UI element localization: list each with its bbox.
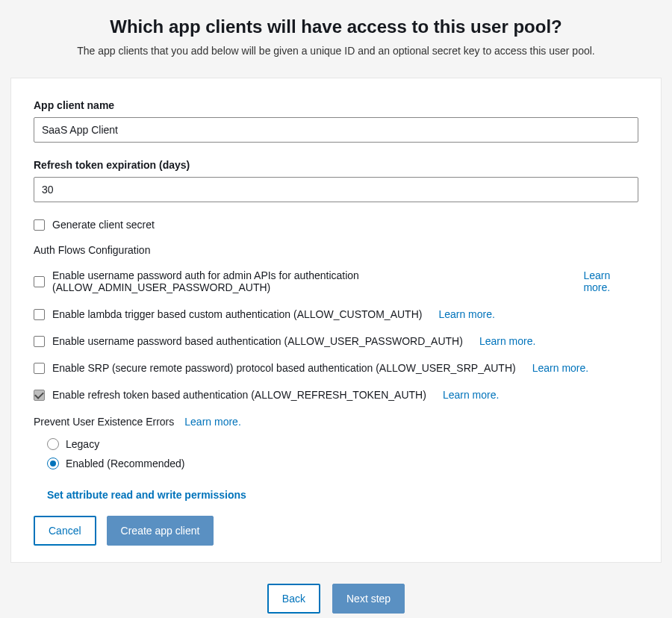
learn-more-link[interactable]: Learn more. [443, 389, 499, 401]
radio-row-legacy: Legacy [47, 438, 638, 450]
flow-label: Enable username password auth for admin … [52, 269, 567, 293]
refresh-token-input[interactable] [34, 177, 638, 202]
flow-checkbox-user-srp[interactable] [34, 363, 45, 374]
generate-client-secret-checkbox[interactable] [34, 219, 45, 231]
learn-more-link[interactable]: Learn more. [479, 335, 535, 347]
refresh-token-label: Refresh token expiration (days) [34, 159, 638, 171]
learn-more-link[interactable]: Learn more. [532, 362, 588, 374]
page-title: Which app clients will have access to th… [0, 16, 672, 37]
cancel-button[interactable]: Cancel [34, 516, 96, 546]
app-client-name-label: App client name [34, 99, 638, 111]
flow-label: Enable username password based authentic… [52, 335, 463, 347]
radio-row-enabled: Enabled (Recommended) [47, 458, 638, 469]
flow-checkbox-admin-user-password[interactable] [34, 276, 45, 287]
flow-row-user-password: Enable username password based authentic… [34, 335, 638, 347]
prevent-errors-heading: Prevent User Existence Errors [34, 416, 174, 428]
radio-enabled[interactable] [47, 458, 59, 469]
create-app-client-button[interactable]: Create app client [107, 516, 214, 546]
refresh-token-group: Refresh token expiration (days) [34, 159, 638, 202]
auth-flows-heading: Auth Flows Configuration [34, 244, 638, 256]
flow-checkbox-refresh-token[interactable] [34, 390, 45, 401]
app-client-name-group: App client name [34, 99, 638, 143]
set-attribute-permissions-link[interactable]: Set attribute read and write permissions [47, 489, 246, 501]
generate-client-secret-row: Generate client secret [34, 219, 638, 231]
flow-row-custom-auth: Enable lambda trigger based custom authe… [34, 308, 638, 320]
flow-label: Enable SRP (secure remote password) prot… [52, 362, 516, 374]
learn-more-link[interactable]: Learn more. [184, 416, 240, 428]
back-button[interactable]: Back [267, 584, 320, 614]
flow-row-refresh-token: Enable refresh token based authenticatio… [34, 389, 638, 401]
radio-legacy[interactable] [47, 438, 59, 450]
flow-checkbox-custom-auth[interactable] [34, 309, 45, 320]
prevent-errors-row: Prevent User Existence Errors Learn more… [34, 416, 638, 428]
next-step-button[interactable]: Next step [332, 584, 405, 614]
generate-client-secret-label: Generate client secret [52, 219, 155, 231]
flow-checkbox-user-password[interactable] [34, 336, 45, 347]
app-client-name-input[interactable] [34, 117, 638, 143]
page-subtitle: The app clients that you add below will … [0, 45, 672, 57]
radio-label-enabled: Enabled (Recommended) [66, 458, 185, 469]
learn-more-link[interactable]: Learn more. [583, 269, 638, 293]
flow-label: Enable refresh token based authenticatio… [52, 389, 426, 401]
footer-button-row: Back Next step [0, 584, 672, 614]
prevent-errors-radio-group: Legacy Enabled (Recommended) [47, 438, 638, 469]
radio-label-legacy: Legacy [66, 438, 99, 450]
learn-more-link[interactable]: Learn more. [438, 308, 494, 320]
flow-row-admin-user-password: Enable username password auth for admin … [34, 269, 638, 293]
flow-row-user-srp: Enable SRP (secure remote password) prot… [34, 362, 638, 374]
flow-label: Enable lambda trigger based custom authe… [52, 308, 422, 320]
card-button-row: Cancel Create app client [34, 516, 638, 546]
app-client-card: App client name Refresh token expiration… [10, 78, 662, 563]
